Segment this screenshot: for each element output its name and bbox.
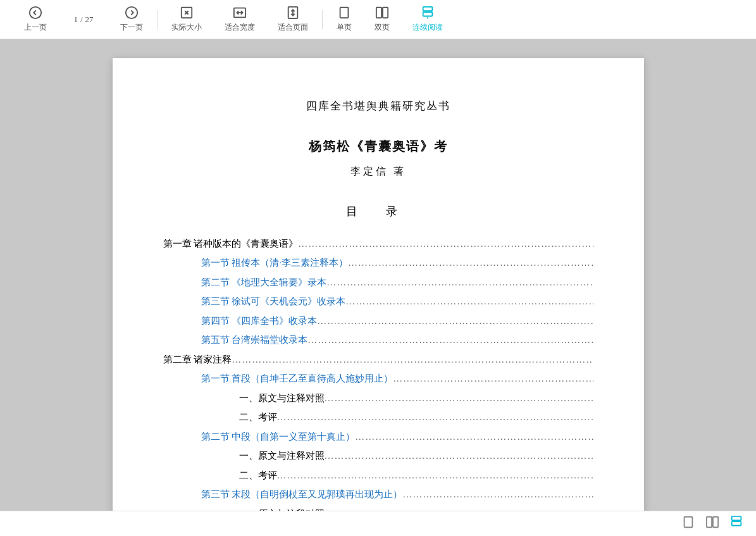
toc-dots: ……………………………………………………………………………………………………………: [402, 485, 593, 504]
actual-size-button[interactable]: 实际大小: [160, 2, 213, 37]
toc-entry: 第二章 诸家注释………………………………………………………………………………………: [163, 351, 593, 369]
svg-rect-11: [383, 8, 388, 18]
divider: [157, 10, 158, 29]
main-title: 杨筠松《青囊奥语》考: [163, 134, 593, 158]
toc-entry: 一、原文与注释对照……………………………………………………………………………………: [163, 505, 593, 511]
single-page-label: 单页: [337, 22, 352, 33]
toc-label: 一、原文与注释对照: [239, 447, 325, 465]
svg-point-0: [30, 7, 41, 18]
toc-label: 一、原文与注释对照: [239, 505, 325, 511]
series-title: 四库全书堪舆典籍研究丛书: [163, 96, 593, 116]
toc-label: 一、原文与注释对照: [239, 389, 325, 408]
toc-dots: ……………………………………………………………………………………………………………: [393, 370, 593, 388]
toc-entry: 第一节 祖传本（清·李三素注释本）………………………………………………………………: [163, 254, 593, 272]
toc-dots: ……………………………………………………………………………………………………………: [355, 428, 593, 446]
page-separator: /: [80, 15, 83, 25]
toc-dots: ……………………………………………………………………………………………………………: [232, 351, 593, 369]
toc-entry: 一、原文与注释对照……………………………………………………………………………………: [163, 447, 593, 465]
toc-dots: ……………………………………………………………………………………………………………: [307, 331, 593, 349]
toc-label: 第四节 《四库全书》收录本: [201, 312, 318, 330]
toc-label: 第五节 台湾崇福堂收录本: [201, 331, 308, 349]
divider2: [322, 10, 323, 29]
fit-page-label: 适合页面: [278, 22, 308, 33]
double-page-button[interactable]: 双页: [363, 2, 401, 37]
toc-dots: ……………………………………………………………………………………………………………: [348, 254, 593, 272]
bottom-single-page-icon[interactable]: [681, 515, 695, 532]
toc-dots: ……………………………………………………………………………………………………………: [298, 235, 593, 253]
toc-label: 第二章 诸家注释: [163, 351, 232, 369]
svg-rect-16: [707, 517, 712, 528]
toc-entry: 第三节 末段（自明倒杖至又见郭璞再出现为止）…………………………………………………: [163, 485, 593, 504]
svg-rect-9: [340, 8, 349, 18]
toc-label: 第一节 祖传本（清·李三素注释本）: [201, 254, 349, 272]
actual-size-label: 实际大小: [171, 22, 202, 33]
toc-dots: ……………………………………………………………………………………………………………: [345, 292, 593, 311]
double-page-label: 双页: [375, 22, 390, 33]
toc-dots: ……………………………………………………………………………………………………………: [325, 447, 593, 465]
fit-width-label: 适合宽度: [225, 22, 255, 33]
svg-rect-13: [423, 12, 433, 16]
svg-rect-12: [423, 7, 433, 11]
toc-label: 第二节 《地理大全辑要》录本: [201, 273, 327, 292]
single-page-button[interactable]: 单页: [325, 2, 363, 37]
toc-entry: 第二节 《地理大全辑要》录本………………………………………………………………………: [163, 273, 593, 292]
toc-label: 第三节 徐试可《天机会元》收录本: [201, 292, 346, 311]
fit-page-button[interactable]: 适合页面: [266, 2, 319, 37]
toc-label: 第一章 诸种版本的《青囊奥语》: [163, 235, 299, 253]
toc-label: 二、考评: [239, 408, 277, 427]
toc-entry: 一、原文与注释对照……………………………………………………………………………………: [163, 389, 593, 408]
toc-label: 第三节 末段（自明倒杖至又见郭璞再出现为止）: [201, 485, 403, 504]
bottom-double-page-icon[interactable]: [705, 515, 719, 532]
svg-rect-17: [713, 517, 718, 528]
toc-dots: ……………………………………………………………………………………………………………: [277, 466, 593, 485]
toc-entry: 第二节 中段（自第一义至第十真止）………………………………………………………………: [163, 428, 593, 446]
book-author: 李定信 著: [163, 162, 593, 181]
svg-point-1: [126, 7, 137, 18]
svg-rect-19: [732, 521, 741, 525]
toc-dots: ……………………………………………………………………………………………………………: [317, 312, 593, 330]
fit-width-button[interactable]: 适合宽度: [213, 2, 266, 37]
next-page-button[interactable]: 下一页: [109, 2, 154, 37]
toc-title: 目 录: [163, 201, 593, 222]
svg-rect-15: [685, 517, 693, 528]
toc-container: 第一章 诸种版本的《青囊奥语》……………………………………………………………………: [163, 235, 593, 511]
toc-entry: 二、考评…………………………………………………………………………………………………: [163, 408, 593, 427]
svg-rect-10: [376, 8, 381, 18]
page-current: 1: [73, 15, 78, 25]
toc-label: 第一节 首段（自坤壬乙至直待高人施妙用止）: [201, 370, 393, 388]
svg-rect-18: [732, 516, 741, 520]
toc-entry: 第五节 台湾崇福堂收录本……………………………………………………………………………: [163, 331, 593, 349]
book-page: 四库全书堪舆典籍研究丛书 杨筠松《青囊奥语》考 李定信 著 目 录 第一章 诸种…: [113, 58, 644, 511]
toc-entry: 第一章 诸种版本的《青囊奥语》……………………………………………………………………: [163, 235, 593, 253]
toc-entry: 第三节 徐试可《天机会元》收录本…………………………………………………………………: [163, 292, 593, 311]
continuous-reading-label: 连续阅读: [412, 22, 443, 33]
toc-entry: 二、考评…………………………………………………………………………………………………: [163, 466, 593, 485]
continuous-reading-button[interactable]: 连续阅读: [401, 2, 454, 37]
toolbar: 上一页 1 / 27 下一页 实际大小 适合宽度: [0, 0, 756, 39]
bottom-bar: [0, 511, 756, 536]
page-total: 27: [85, 15, 94, 25]
toc-label: 第二节 中段（自第一义至第十真止）: [201, 428, 356, 446]
toc-dots: ……………………………………………………………………………………………………………: [325, 505, 593, 511]
main-content-area: 四库全书堪舆典籍研究丛书 杨筠松《青囊奥语》考 李定信 著 目 录 第一章 诸种…: [0, 39, 756, 511]
toc-entry: 第一节 首段（自坤壬乙至直待高人施妙用止）……………………………………………………: [163, 370, 593, 388]
bottom-continuous-icon[interactable]: [729, 515, 743, 532]
next-page-label: 下一页: [120, 22, 143, 33]
toc-dots: ……………………………………………………………………………………………………………: [326, 273, 593, 292]
prev-page-label: 上一页: [24, 22, 47, 33]
toc-dots: ……………………………………………………………………………………………………………: [325, 389, 593, 408]
prev-page-button[interactable]: 上一页: [13, 2, 58, 37]
toc-entry: 第四节 《四库全书》收录本…………………………………………………………………………: [163, 312, 593, 330]
page-indicator: 1 / 27: [58, 15, 109, 25]
toc-label: 二、考评: [239, 466, 277, 485]
toc-dots: ……………………………………………………………………………………………………………: [277, 408, 593, 427]
